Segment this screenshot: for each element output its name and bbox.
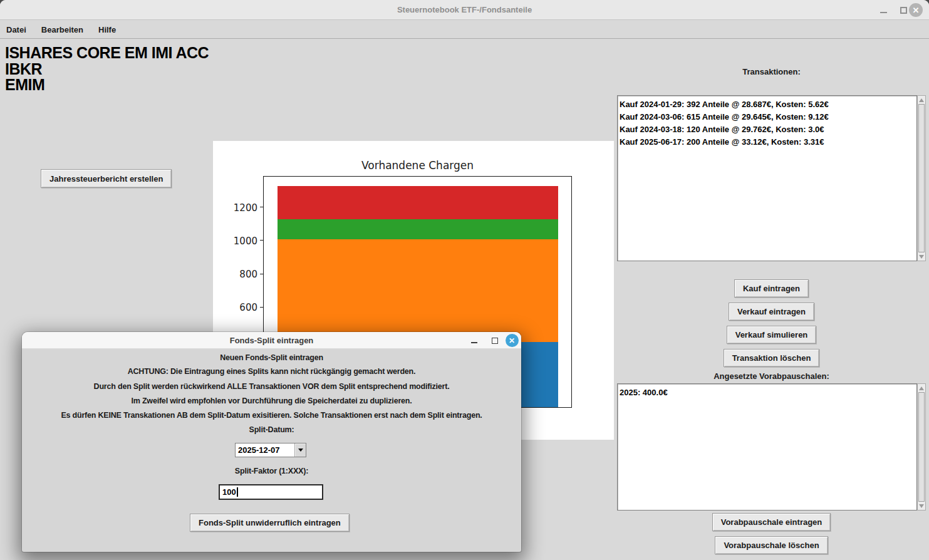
vorabpauschale-loeschen-button[interactable]: Vorabpauschale löschen: [715, 536, 828, 554]
y-tick-label: 600: [239, 302, 257, 313]
verkauf-eintragen-button[interactable]: Verkauf eintragen: [729, 303, 814, 321]
y-tick-mark: [260, 240, 263, 241]
y-tick-label: 1000: [234, 236, 257, 247]
dialog-warning-2: Durch den Split werden rückwirkend ALLE …: [22, 382, 521, 391]
scroll-up-icon[interactable]: [918, 96, 925, 104]
dialog-warning-4: Es dürfen KEINE Transkationen AB dem Spl…: [22, 411, 521, 420]
transaction-buttons: Kauf eintragen Verkauf eintragen Verkauf…: [617, 279, 926, 367]
close-icon: ✕: [506, 334, 519, 347]
bar-segment-green: [278, 219, 558, 239]
menu-datei[interactable]: Datei: [1, 25, 31, 34]
menubar: Datei Bearbeiten Hilfe: [0, 21, 929, 39]
scrollbar-thumb[interactable]: [918, 392, 925, 502]
fonds-split-dialog: Fonds-Split eintragen ✕ Neuen Fonds-Spli…: [22, 332, 521, 552]
vorabpauschalen-label: Angesetzte Vorabpauschalen:: [617, 371, 926, 381]
menu-hilfe[interactable]: Hilfe: [93, 25, 121, 34]
split-factor-label: Split-Faktor (1:XXX):: [22, 467, 521, 475]
dialog-heading: Neuen Fonds-Split eintragen: [22, 353, 521, 362]
transactions-scrollbar[interactable]: [917, 95, 926, 261]
vorabpauschale-row[interactable]: 2025: 400.0€: [620, 386, 916, 399]
kauf-eintragen-button[interactable]: Kauf eintragen: [734, 279, 809, 298]
main-titlebar[interactable]: Steuernotebook ETF-/Fondsanteile ✕: [0, 0, 929, 20]
combobox-dropdown-button[interactable]: [294, 443, 306, 457]
menu-bearbeiten[interactable]: Bearbeiten: [36, 25, 88, 34]
dialog-warning-1: ACHTUNG: Die Eintragung eines Splits kan…: [22, 367, 521, 376]
dialog-maximize-button[interactable]: [487, 332, 502, 349]
y-tick-mark: [260, 207, 263, 207]
scroll-down-icon[interactable]: [918, 502, 925, 510]
maximize-icon: [900, 7, 907, 14]
transactions-listbox[interactable]: Kauf 2024-01-29: 392 Anteile @ 28.687€, …: [617, 95, 917, 261]
transaction-row[interactable]: Kauf 2024-03-18: 120 Anteile @ 29.762€, …: [620, 123, 916, 136]
window-title: Steuernotebook ETF-/Fondsanteile: [0, 5, 929, 14]
bar-segment-orange: [278, 239, 558, 342]
report-button[interactable]: Jahressteuerbericht erstellen: [41, 169, 172, 188]
dialog-minimize-button[interactable]: [467, 332, 482, 349]
split-date-label: Split-Datum:: [22, 425, 521, 434]
maximize-icon: [492, 338, 498, 344]
transaction-row[interactable]: Kauf 2024-01-29: 392 Anteile @ 28.687€, …: [620, 98, 916, 111]
bar-segment-red: [278, 186, 558, 219]
scroll-down-icon[interactable]: [918, 252, 925, 261]
dialog-titlebar[interactable]: Fonds-Split eintragen ✕: [22, 332, 521, 349]
text-cursor: [237, 487, 238, 497]
fund-broker: IBKR: [5, 61, 209, 78]
chart-title: Vorhandene Chargen: [263, 159, 572, 172]
y-tick-label: 800: [239, 269, 257, 280]
vorabpauschale-eintragen-button[interactable]: Vorabpauschale eintragen: [712, 513, 831, 531]
vorabpauschalen-scrollbar[interactable]: [917, 383, 926, 511]
fonds-split-submit-button[interactable]: Fonds-Split unwiderruflich eintragen: [190, 514, 350, 532]
minimize-icon: [471, 342, 477, 343]
verkauf-simulieren-button[interactable]: Verkauf simulieren: [727, 326, 817, 344]
split-date-value: 2025-12-07: [236, 443, 294, 457]
dialog-close-button[interactable]: ✕: [504, 332, 520, 349]
transactions-label: Transaktionen:: [617, 67, 926, 76]
split-factor-value: 100: [222, 487, 236, 497]
vorabpauschale-buttons: Vorabpauschale eintragen Vorabpauschale …: [617, 513, 926, 554]
minimize-icon: [880, 12, 887, 13]
close-button[interactable]: ✕: [908, 0, 924, 20]
fund-name: ISHARES CORE EM IMI ACC: [5, 45, 209, 61]
dialog-warning-3: Im Zweifel wird empfohlen vor Durchführu…: [22, 397, 521, 405]
fund-heading: ISHARES CORE EM IMI ACC IBKR EMIM: [5, 45, 209, 93]
split-factor-input[interactable]: 100: [219, 484, 323, 500]
y-tick-mark: [260, 307, 263, 308]
minimize-button[interactable]: [876, 0, 891, 20]
y-tick-label: 1200: [234, 202, 257, 214]
dialog-title: Fonds-Split eintragen: [22, 336, 521, 345]
vorabpauschalen-listbox[interactable]: 2025: 400.0€: [617, 383, 917, 511]
y-tick-mark: [260, 274, 263, 274]
transaction-row[interactable]: Kauf 2025-06-17: 200 Anteile @ 33.12€, K…: [620, 136, 916, 148]
scrollbar-thumb[interactable]: [918, 104, 925, 252]
transaction-row[interactable]: Kauf 2024-03-06: 615 Anteile @ 29.645€, …: [620, 111, 916, 123]
close-icon: ✕: [909, 3, 923, 17]
transaktion-loeschen-button[interactable]: Transaktion löschen: [724, 349, 820, 367]
fund-ticker: EMIM: [5, 77, 209, 93]
screen: Steuernotebook ETF-/Fondsanteile ✕ Datei…: [0, 0, 929, 560]
split-date-combobox[interactable]: 2025-12-07: [235, 443, 306, 457]
chevron-down-icon: [298, 449, 303, 452]
scroll-up-icon[interactable]: [918, 384, 925, 392]
